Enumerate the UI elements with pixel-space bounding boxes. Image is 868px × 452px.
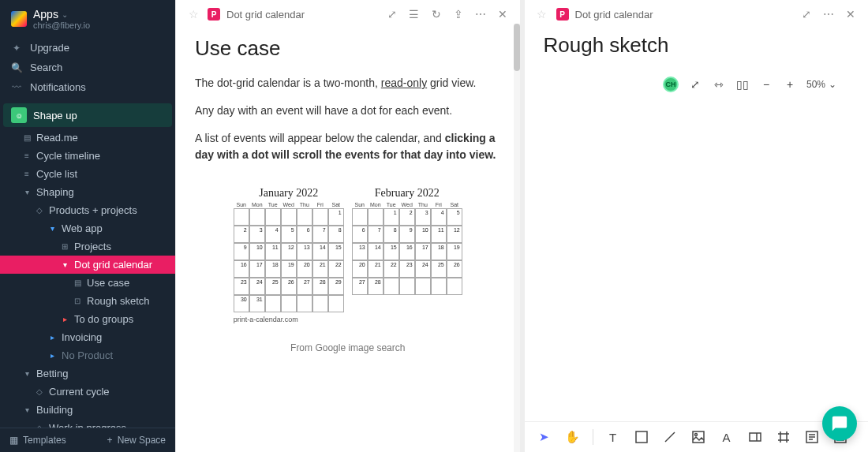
svg-line-5 <box>665 432 675 442</box>
presence-avatar[interactable]: CH <box>663 77 679 92</box>
entity-type-icon: P <box>208 8 220 21</box>
tree-item[interactable]: ▸No Product <box>0 346 175 364</box>
tree-item-label: Cycle list <box>36 168 77 180</box>
tree-item[interactable]: ▾Betting <box>0 364 175 383</box>
svg-rect-4 <box>636 431 647 443</box>
tree-item-label: Rough sketch <box>87 295 150 307</box>
list-icon[interactable]: ☰ <box>406 6 422 22</box>
zoom-in-icon[interactable]: + <box>783 77 797 92</box>
zoom-value: 50% <box>806 79 825 90</box>
app-title: Apps <box>33 8 58 21</box>
history-icon[interactable]: ↻ <box>428 6 444 22</box>
space-name: Shape up <box>33 110 77 121</box>
expand-icon[interactable]: ⤢ <box>799 6 814 22</box>
grid-icon: ▦ <box>9 435 18 446</box>
hand-tool-icon[interactable]: ✋ <box>564 428 582 446</box>
nav-label: Notifications <box>30 81 86 93</box>
expand-icon[interactable]: ⤢ <box>688 77 702 92</box>
workspace-switcher[interactable]: Apps ⌄ chris@fibery.io <box>0 0 175 36</box>
space-icon: ⌾ <box>11 107 27 123</box>
tree-item[interactable]: ▾Web app <box>0 219 175 237</box>
tree-item[interactable]: ▾Building <box>0 401 175 419</box>
tree-item-label: Read.me <box>36 132 78 144</box>
cal-source: print-a-calendar.com <box>234 316 344 323</box>
cal-month-1: January 2022 <box>234 187 344 200</box>
image-tool-icon[interactable] <box>690 428 707 446</box>
more-icon[interactable]: ⋯ <box>473 6 488 22</box>
templates-button[interactable]: ▦ Templates <box>9 435 66 446</box>
tree-item-label: Products + projects <box>49 204 137 216</box>
tree-item[interactable]: ◇Products + projects <box>0 201 175 219</box>
caret-icon: ▾ <box>22 369 32 378</box>
more-icon[interactable]: ⋯ <box>821 6 836 22</box>
tree-item[interactable]: ▤Use case <box>0 274 175 292</box>
plus-icon: + <box>107 435 113 446</box>
line-tool-icon[interactable] <box>661 428 679 446</box>
user-email: chris@fibery.io <box>33 21 90 30</box>
tree-item[interactable]: ▸To do groups <box>0 310 175 328</box>
bars-icon: ≡ <box>22 170 32 178</box>
pointer-tool-icon[interactable]: ➤ <box>536 428 553 446</box>
paragraph-1: The dot-grid calendar is a two-month, re… <box>195 75 501 92</box>
tree-item-label: No Product <box>62 349 113 361</box>
tree-item-label: Building <box>36 404 73 416</box>
tree-item[interactable]: ◇Work in progress <box>0 419 175 428</box>
zoom-level[interactable]: 50% ⌄ <box>806 79 836 90</box>
tree-item[interactable]: ⊞Projects <box>0 237 175 256</box>
calendar-preview: January 2022 SunMonTueWedThuFriSat 12345… <box>195 187 501 323</box>
text-tool-icon[interactable]: T <box>604 428 622 446</box>
tree-item[interactable]: ▤Read.me <box>0 129 175 147</box>
panel-header: ☆ P Dot grid calendar ⤢ ☰ ↻ ⇪ ⋯ ✕ <box>176 0 520 28</box>
tree-item[interactable]: ≡Cycle timeline <box>0 147 175 165</box>
tree-item-label: Dot grid calendar <box>74 259 152 271</box>
new-space-button[interactable]: + New Space <box>107 435 166 446</box>
nav-upgrade[interactable]: ✦ Upgrade <box>0 38 175 58</box>
caret-icon: ▾ <box>22 405 32 414</box>
rectangle-tool-icon[interactable] <box>633 428 650 446</box>
tree-item-label: Betting <box>36 368 68 379</box>
nav-search[interactable]: 🔍 Search <box>0 58 175 77</box>
tri-blue-icon: ▸ <box>47 333 57 342</box>
marker-blue-icon: ▾ <box>47 224 57 233</box>
card-tool-icon[interactable] <box>746 428 764 446</box>
share-icon[interactable]: ⇪ <box>451 6 466 22</box>
fit-width-icon[interactable]: ⇿ <box>712 77 726 92</box>
map-icon[interactable]: ▯▯ <box>735 77 750 92</box>
note-tool-icon[interactable] <box>803 428 821 446</box>
tree-item[interactable]: ▾Shaping <box>0 183 175 201</box>
tree-item-label: To do groups <box>74 313 133 325</box>
sparkle-icon: ✦ <box>11 43 22 54</box>
chevron-down-icon: ⌄ <box>829 79 836 90</box>
expand-icon[interactable]: ⤢ <box>384 6 400 22</box>
tree-item[interactable]: ▸Invoicing <box>0 328 175 346</box>
svg-rect-8 <box>750 433 761 441</box>
page-title: Use case <box>195 36 501 61</box>
close-icon[interactable]: ✕ <box>495 6 511 22</box>
zoom-out-icon[interactable]: − <box>759 77 773 92</box>
nav-notifications[interactable]: 〰 Notifications <box>0 77 175 97</box>
space-header[interactable]: ⌾ Shape up <box>3 103 172 127</box>
paragraph-3: A list of events will appear below the c… <box>195 130 501 163</box>
text-a-tool-icon[interactable]: A <box>718 428 735 446</box>
intercom-launcher[interactable] <box>822 406 857 441</box>
scrollbar[interactable] <box>514 24 520 452</box>
frame-tool-icon[interactable] <box>775 428 792 446</box>
tree-item[interactable]: ≡Cycle list <box>0 165 175 183</box>
breadcrumb[interactable]: Dot grid calendar <box>226 9 305 21</box>
board-icon: ⊡ <box>73 297 82 305</box>
tri-blue-icon: ▸ <box>47 351 57 360</box>
star-icon[interactable]: ☆ <box>185 6 201 22</box>
tree-item-label: Invoicing <box>62 331 102 343</box>
tree-item[interactable]: ◇Current cycle <box>0 383 175 401</box>
breadcrumb[interactable]: Dot grid calendar <box>575 9 653 21</box>
tree-item[interactable]: ⊡Rough sketch <box>0 292 175 310</box>
tree-item[interactable]: ▾Dot grid calendar <box>0 256 175 274</box>
grid-icon: ⊞ <box>60 242 69 251</box>
close-icon[interactable]: ✕ <box>843 6 859 22</box>
doc-icon: ▤ <box>22 133 32 142</box>
image-caption: From Google image search <box>195 342 501 353</box>
whiteboard-top-toolbar: CH ⤢ ⇿ ▯▯ − + 50% ⌄ <box>544 72 850 97</box>
diamond-icon: ◇ <box>35 206 44 215</box>
star-icon[interactable]: ☆ <box>534 6 550 22</box>
tree-item-label: Projects <box>74 241 111 252</box>
